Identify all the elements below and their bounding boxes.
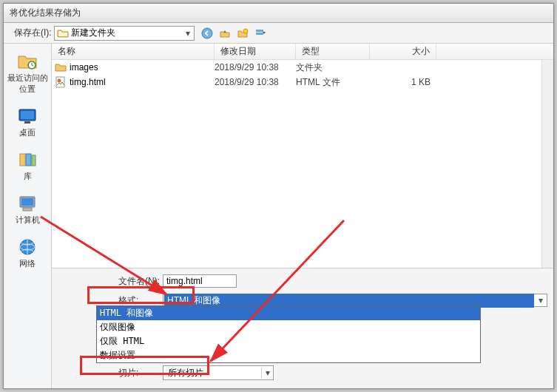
slices-combobox[interactable]: 所有切片 ▾ [163,365,274,380]
new-folder-button[interactable] [234,26,251,41]
file-type: HTML 文件 [296,76,370,89]
sidebar-item-label: 桌面 [19,127,36,138]
path-toolbar: 保存在(I): 新建文件夹 ▾ [4,23,553,44]
svg-rect-6 [21,111,34,119]
sidebar-item-label: 计算机 [16,214,40,226]
path-combobox[interactable]: 新建文件夹 ▾ [54,26,195,41]
sidebar-item-computer[interactable]: 计算机 [4,190,51,229]
save-as-dialog: 将优化结果存储为 保存在(I): 新建文件夹 ▾ 最近访问的位置 桌面 [3,3,554,389]
column-header-type[interactable]: 类型 [296,44,370,59]
list-item[interactable]: images 2018/9/29 10:38 文件夹 [52,60,541,75]
format-option[interactable]: HTML 和图像 [97,306,480,320]
sidebar-item-label: 最近访问的位置 [4,72,50,95]
folder-icon [57,27,69,39]
dialog-body: 最近访问的位置 桌面 库 计算机 网络 名称 修改日期 [4,44,553,388]
file-type: 文件夹 [296,61,370,74]
up-button[interactable] [217,26,233,41]
svg-rect-10 [32,155,36,166]
network-icon [16,237,39,257]
format-option[interactable]: 仅限 HTML [97,334,480,348]
svg-rect-3 [256,33,263,35]
path-text: 新建文件夹 [71,27,182,39]
svg-rect-13 [23,208,32,211]
new-folder-icon [237,27,249,39]
places-sidebar: 最近访问的位置 桌面 库 计算机 网络 [4,44,52,388]
toolbar-buttons [199,26,269,41]
svg-point-17 [58,79,61,83]
back-icon [201,27,213,39]
svg-rect-7 [24,121,30,124]
sidebar-item-libraries[interactable]: 库 [4,146,51,186]
filename-input[interactable] [163,274,237,288]
main-area: 名称 修改日期 类型 大小 images 2018/9/29 10:38 文件夹 [52,44,553,388]
slices-label: 切片: [118,367,163,379]
libraries-icon [16,150,39,169]
folder-icon [55,61,67,73]
chevron-down-icon[interactable]: ▾ [535,295,547,305]
chevron-down-icon[interactable]: ▾ [182,28,194,38]
svg-rect-2 [256,30,263,32]
format-option[interactable]: 数据设置 [97,348,480,362]
svg-rect-8 [20,154,25,166]
svg-point-0 [202,28,212,38]
bottom-panel: 文件名(N): 格式: HTML 和图像 ▾ HTML 和图像 仅限图像 仅限 … [52,268,553,388]
html-file-icon [55,76,67,88]
view-icon [254,27,266,39]
computer-icon [16,194,39,213]
file-size: 1 KB [370,77,431,87]
up-icon [219,27,231,39]
svg-rect-9 [26,154,31,166]
slices-value: 所有切片 [163,367,261,379]
format-dropdown-list: HTML 和图像 仅限图像 仅限 HTML 数据设置 [96,305,481,363]
back-button[interactable] [199,26,215,41]
list-item[interactable]: timg.html 2018/9/29 10:38 HTML 文件 1 KB [52,75,541,89]
format-option[interactable]: 仅限图像 [97,320,480,334]
column-headers: 名称 修改日期 类型 大小 [52,44,553,60]
file-name: images [70,62,98,72]
file-date: 2018/9/29 10:38 [215,77,296,87]
file-list[interactable]: images 2018/9/29 10:38 文件夹 timg.html 201… [52,60,541,268]
view-menu-button[interactable] [252,26,269,41]
svg-rect-12 [21,198,33,206]
recent-icon [16,50,39,71]
column-header-size[interactable]: 大小 [370,44,436,59]
filename-label: 文件名(N): [118,275,163,288]
sidebar-item-desktop[interactable]: 桌面 [4,103,51,142]
list-wrap: images 2018/9/29 10:38 文件夹 timg.html 201… [52,60,553,268]
filename-row: 文件名(N): [118,273,547,289]
window-title: 将优化结果存储为 [8,7,549,19]
chevron-down-icon[interactable]: ▾ [261,368,273,378]
sidebar-item-label: 网络 [19,258,36,269]
sidebar-item-label: 库 [24,171,32,182]
titlebar: 将优化结果存储为 [4,4,553,23]
column-header-name[interactable]: 名称 [52,44,215,59]
column-header-date[interactable]: 修改日期 [215,44,296,59]
file-name: timg.html [70,77,106,87]
format-label: 格式: [118,294,163,307]
desktop-icon [16,107,39,126]
file-date: 2018/9/29 10:38 [215,62,296,72]
scrollbar-placeholder [541,60,553,268]
sidebar-item-network[interactable]: 网络 [4,234,51,273]
svg-point-1 [243,29,248,33]
save-in-label: 保存在(I): [7,27,54,39]
sidebar-item-recent[interactable]: 最近访问的位置 [4,47,51,98]
slices-row: 切片: 所有切片 ▾ [118,365,547,381]
